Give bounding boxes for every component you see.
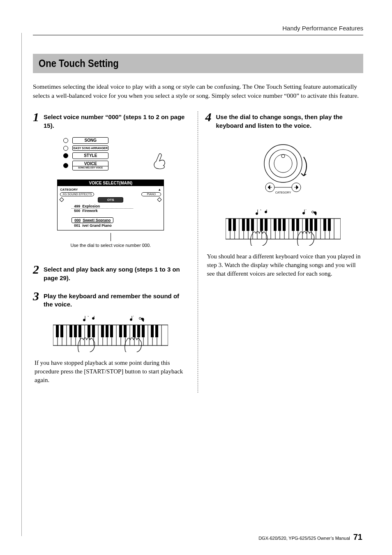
voice-list-row: 500 Firework <box>71 209 161 213</box>
svg-rect-40 <box>124 325 127 337</box>
svg-rect-31 <box>69 325 72 337</box>
step-number: 2 <box>33 264 41 275</box>
easy-led <box>63 146 68 151</box>
right-category-pill: PIANO <box>141 192 161 196</box>
step-number: 1 <box>33 111 41 122</box>
svg-rect-86 <box>251 219 254 231</box>
step-3: 3 Play the keyboard and remember the sou… <box>33 290 189 385</box>
svg-rect-88 <box>265 219 267 231</box>
svg-rect-91 <box>283 219 286 231</box>
step-number: 3 <box>33 290 41 302</box>
song-button: SONG <box>72 137 108 144</box>
left-category-pill: XG SOUND EFFECTS <box>60 192 94 196</box>
svg-point-48 <box>274 154 292 173</box>
song-melody-sublabel: SONG MELODY VOICE <box>73 166 108 169</box>
right-diamond-icon <box>157 198 162 202</box>
svg-rect-98 <box>328 219 331 231</box>
svg-point-49 <box>281 154 285 158</box>
svg-rect-43 <box>142 325 145 337</box>
svg-rect-34 <box>88 325 90 337</box>
svg-rect-36 <box>101 325 104 337</box>
step-3-body: If you have stopped playback at some poi… <box>33 359 189 385</box>
svg-rect-42 <box>137 325 140 337</box>
step-text: Select and play back any song (steps 1 t… <box>44 264 189 282</box>
voice-button: VOICE SONG MELODY VOICE <box>72 161 108 170</box>
svg-rect-45 <box>155 325 158 337</box>
step-4-body: You should hear a different keyboard voi… <box>205 252 361 278</box>
svg-rect-44 <box>151 325 154 337</box>
svg-rect-89 <box>274 219 277 231</box>
footer-model: DGX-620/520, YPG-625/525 Owner’s Manual <box>258 536 350 541</box>
svg-rect-32 <box>74 325 77 337</box>
svg-rect-82 <box>228 219 231 231</box>
section-title: One Touch Setting <box>39 57 310 70</box>
section-title-bar: One Touch Setting <box>33 54 363 73</box>
step-text: Select voice number “000” (steps 1 to 2 … <box>44 111 189 130</box>
svg-point-47 <box>269 150 297 177</box>
svg-rect-85 <box>247 219 249 231</box>
svg-rect-39 <box>119 325 122 337</box>
figure-caption: Use the dial to select voice number 000. <box>33 243 189 249</box>
svg-rect-35 <box>92 325 95 337</box>
svg-rect-37 <box>106 325 108 337</box>
voice-list-row: 001 ive! Grand Piano <box>71 223 161 228</box>
svg-rect-41 <box>133 325 136 337</box>
svg-rect-83 <box>233 219 236 231</box>
step-1: 1 Select voice number “000” (steps 1 to … <box>33 111 189 248</box>
keyboard-hands-figure-small <box>205 210 361 247</box>
category-label: CATEGORY <box>60 188 78 191</box>
svg-rect-38 <box>110 325 113 337</box>
voice-list-row-selected: 000 Sweet! Soprano <box>71 217 113 223</box>
style-led <box>63 153 68 158</box>
mode-button-figure: SONG EASY SONG ARRANGER STYLE VOICE SONG… <box>63 137 158 170</box>
page-number: 71 <box>353 532 362 542</box>
step-text: Play the keyboard and remember the sound… <box>44 290 189 309</box>
svg-point-3 <box>139 318 141 320</box>
svg-rect-92 <box>292 219 295 231</box>
svg-rect-33 <box>78 325 81 337</box>
step-4: 4 Use the dial to change songs, then pla… <box>205 111 361 278</box>
song-led <box>63 138 68 143</box>
svg-rect-90 <box>278 219 281 231</box>
left-diamond-icon <box>60 198 64 202</box>
svg-rect-30 <box>60 325 63 337</box>
dial-figure: CATEGORY <box>205 139 361 202</box>
svg-rect-84 <box>242 219 245 231</box>
step-number: 4 <box>205 111 214 122</box>
page-footer: DGX-620/520, YPG-625/525 Owner’s Manual … <box>258 532 362 542</box>
svg-rect-94 <box>305 219 308 231</box>
intro-text: Sometimes selecting the ideal voice to p… <box>33 82 363 100</box>
svg-rect-96 <box>314 219 317 231</box>
svg-rect-93 <box>296 219 299 231</box>
svg-rect-97 <box>323 219 326 231</box>
voice-button-label: VOICE <box>84 161 97 166</box>
voice-list-row: 499 Explosion <box>71 204 133 209</box>
keyboard-hands-figure <box>33 316 189 354</box>
svg-rect-87 <box>260 219 263 231</box>
caption-connector <box>111 233 111 241</box>
ots-indicator: OTS <box>98 197 123 203</box>
style-button: STYLE <box>72 152 108 159</box>
svg-rect-95 <box>310 219 313 231</box>
chapter-title: Handy Performance Features <box>33 25 363 32</box>
svg-point-46 <box>264 145 302 182</box>
category-label: CATEGORY <box>275 191 291 194</box>
easy-song-button: EASY SONG ARRANGER <box>72 145 108 151</box>
svg-point-56 <box>311 211 314 213</box>
voice-led <box>63 163 68 168</box>
svg-rect-29 <box>56 325 59 337</box>
step-text: Use the dial to change songs, then play … <box>216 111 361 130</box>
step-2: 2 Select and play back any song (steps 1… <box>33 264 189 282</box>
lcd-header: VOICE SELECT(MAIN) <box>58 180 164 186</box>
lcd-screen-figure: VOICE SELECT(MAIN) CATEGORY ▲ XG SOUND E… <box>57 180 164 230</box>
header-rule <box>33 35 363 35</box>
